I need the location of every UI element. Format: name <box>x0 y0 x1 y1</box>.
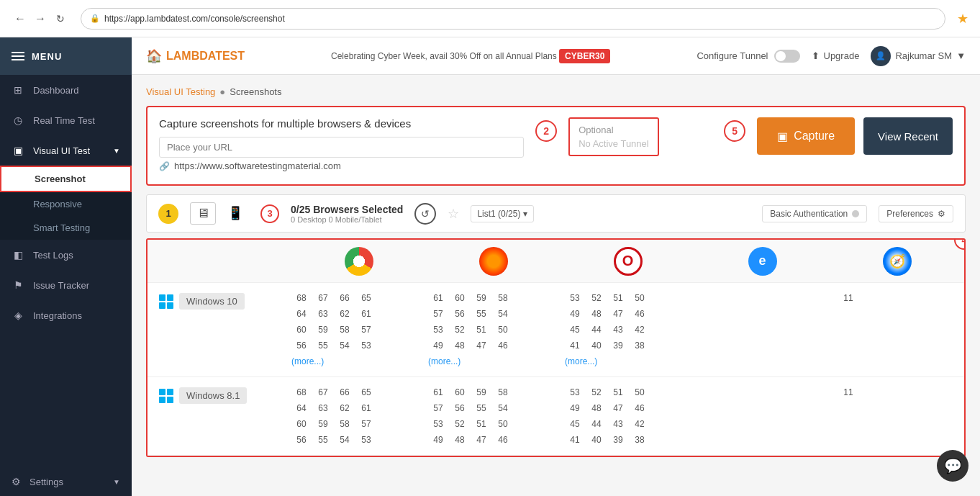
address-bar[interactable]: 🔒 https://app.lambdatest.com/console/scr… <box>81 8 945 30</box>
version-cell[interactable]: 50 <box>493 416 513 432</box>
mobile-view-button[interactable]: 📱 <box>222 202 249 225</box>
version-cell[interactable]: 56 <box>291 432 312 448</box>
refresh-button[interactable]: ↻ <box>52 10 69 27</box>
sidebar-item-smarttesting[interactable]: Smart Testing <box>0 216 132 240</box>
upgrade-button[interactable]: ⬆ Upgrade <box>812 50 860 61</box>
sidebar-header[interactable]: MENU <box>0 37 132 75</box>
version-cell[interactable]: 11 <box>838 290 858 306</box>
configure-tunnel[interactable]: Configure Tunnel <box>697 50 799 63</box>
version-cell[interactable]: 62 <box>335 306 355 322</box>
version-cell[interactable]: 39 <box>608 432 628 448</box>
preferences-button[interactable]: Preferences ⚙ <box>879 205 953 222</box>
version-cell[interactable]: 66 <box>335 290 355 306</box>
version-cell[interactable]: 43 <box>608 416 628 432</box>
version-cell[interactable]: 42 <box>630 322 650 338</box>
version-cell[interactable]: 38 <box>630 338 650 353</box>
version-cell[interactable]: 54 <box>493 306 513 322</box>
version-cell[interactable]: 49 <box>565 400 585 416</box>
version-cell[interactable]: 59 <box>313 416 333 432</box>
version-cell[interactable]: 48 <box>586 306 607 322</box>
version-cell[interactable]: 48 <box>586 400 607 416</box>
version-cell[interactable]: 56 <box>450 400 470 416</box>
capture-button[interactable]: ▣ Capture <box>757 117 855 155</box>
version-cell[interactable]: 49 <box>428 338 448 353</box>
version-cell[interactable]: 44 <box>586 416 607 432</box>
version-cell[interactable]: 58 <box>335 322 355 338</box>
tunnel-toggle[interactable] <box>774 50 800 63</box>
breadcrumb-parent[interactable]: Visual UI Testing <box>146 86 215 97</box>
version-cell[interactable]: 65 <box>356 384 376 400</box>
version-cell[interactable]: 57 <box>428 400 448 416</box>
version-cell[interactable]: 62 <box>335 400 355 416</box>
version-cell[interactable]: 46 <box>493 338 513 353</box>
version-cell[interactable]: 50 <box>630 290 650 306</box>
version-cell[interactable]: 47 <box>471 432 491 448</box>
version-cell[interactable]: 52 <box>450 322 470 338</box>
version-cell[interactable]: 60 <box>450 290 470 306</box>
version-cell[interactable]: 53 <box>356 338 376 353</box>
version-cell[interactable]: 55 <box>471 400 491 416</box>
version-cell[interactable]: 60 <box>291 322 312 338</box>
version-cell[interactable]: 46 <box>630 400 650 416</box>
version-cell[interactable]: 68 <box>291 384 312 400</box>
version-cell[interactable]: 51 <box>471 322 491 338</box>
version-cell[interactable]: 54 <box>493 400 513 416</box>
version-cell[interactable]: 41 <box>565 338 585 353</box>
version-cell[interactable]: 57 <box>356 322 376 338</box>
version-cell[interactable]: 64 <box>291 400 312 416</box>
version-cell[interactable]: 63 <box>313 400 333 416</box>
version-cell[interactable]: 54 <box>335 338 355 353</box>
version-cell[interactable]: 52 <box>586 384 607 400</box>
favorites-button[interactable]: ☆ <box>448 206 459 222</box>
version-cell[interactable]: 38 <box>630 432 650 448</box>
version-cell[interactable]: 53 <box>428 416 448 432</box>
version-cell[interactable]: 41 <box>565 432 585 448</box>
version-cell[interactable]: 59 <box>313 322 333 338</box>
sidebar-item-realtime[interactable]: ◷ Real Time Test <box>0 105 132 135</box>
version-cell[interactable]: 53 <box>565 384 585 400</box>
sidebar-item-responsive[interactable]: Responsive <box>0 192 132 216</box>
version-cell[interactable]: 40 <box>586 338 607 353</box>
version-cell[interactable]: 58 <box>335 416 355 432</box>
tunnel-box[interactable]: Optional No Active Tunnel <box>568 117 659 156</box>
version-cell[interactable]: 64 <box>291 306 312 322</box>
version-cell[interactable]: 49 <box>565 306 585 322</box>
forward-button[interactable]: → <box>32 10 49 27</box>
more-versions-link[interactable]: (more...) <box>291 353 428 369</box>
version-cell[interactable]: 68 <box>291 290 312 306</box>
version-cell[interactable]: 65 <box>356 290 376 306</box>
version-cell[interactable]: 43 <box>608 322 628 338</box>
version-cell[interactable]: 42 <box>630 416 650 432</box>
bookmark-icon[interactable]: ★ <box>957 11 968 27</box>
chat-widget[interactable]: 💬 <box>937 450 968 482</box>
list-dropdown[interactable]: List1 (0/25) ▾ <box>471 205 534 222</box>
version-cell[interactable]: 67 <box>313 290 333 306</box>
version-cell[interactable]: 67 <box>313 384 333 400</box>
back-button[interactable]: ← <box>12 10 29 27</box>
basic-auth-button[interactable]: Basic Authentication <box>762 205 867 222</box>
version-cell[interactable]: 47 <box>608 400 628 416</box>
version-cell[interactable]: 51 <box>608 384 628 400</box>
version-cell[interactable]: 47 <box>608 306 628 322</box>
version-cell[interactable]: 51 <box>471 416 491 432</box>
sidebar-item-screenshot[interactable]: Screenshot <box>0 166 132 192</box>
reset-selection-button[interactable]: ↺ <box>414 203 436 225</box>
more-versions-link[interactable]: (more...) <box>565 353 702 369</box>
user-menu[interactable]: 👤 Rajkumar SM ▼ <box>871 46 966 66</box>
version-cell[interactable]: 39 <box>608 338 628 353</box>
version-cell[interactable]: 57 <box>428 306 448 322</box>
sidebar-item-integrations[interactable]: ◈ Integrations <box>0 300 132 330</box>
version-cell[interactable]: 51 <box>608 290 628 306</box>
version-cell[interactable]: 56 <box>291 338 312 353</box>
version-cell[interactable]: 63 <box>313 306 333 322</box>
version-cell[interactable]: 50 <box>493 322 513 338</box>
version-cell[interactable]: 55 <box>471 306 491 322</box>
version-cell[interactable]: 59 <box>471 384 491 400</box>
sidebar-item-settings[interactable]: ⚙ Settings ▼ <box>0 467 132 496</box>
version-cell[interactable]: 40 <box>586 432 607 448</box>
version-cell[interactable]: 47 <box>471 338 491 353</box>
sidebar-item-testlogs[interactable]: ◧ Test Logs <box>0 240 132 270</box>
version-cell[interactable]: 53 <box>565 290 585 306</box>
desktop-view-button[interactable]: 🖥 <box>190 202 216 225</box>
version-cell[interactable]: 58 <box>493 384 513 400</box>
